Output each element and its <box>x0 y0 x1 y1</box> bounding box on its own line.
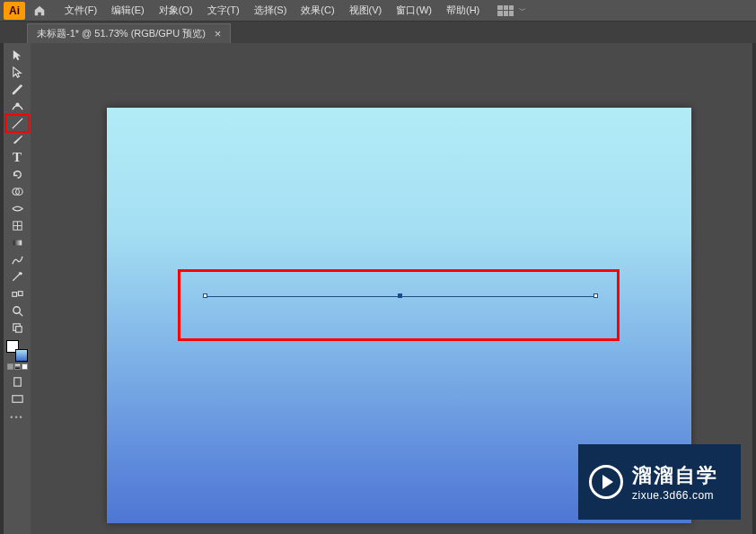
width-tool[interactable] <box>5 200 29 217</box>
color-mode-gradient[interactable] <box>14 363 21 370</box>
gradient-tool[interactable] <box>5 234 29 251</box>
menu-select[interactable]: 选择(S) <box>247 1 294 20</box>
menu-edit[interactable]: 编辑(E) <box>104 1 152 20</box>
play-icon <box>589 465 623 499</box>
shape-builder-icon <box>11 185 24 198</box>
svg-point-0 <box>16 103 19 106</box>
color-mode-row <box>7 363 28 370</box>
watermark-title: 溜溜自学 <box>632 462 718 489</box>
menu-type[interactable]: 文字(T) <box>200 1 247 20</box>
paintbrush-tool[interactable] <box>5 132 29 149</box>
menu-effect[interactable]: 效果(C) <box>294 1 341 20</box>
curvature-tool[interactable] <box>5 98 29 115</box>
close-tab-button[interactable]: × <box>215 27 222 40</box>
rotate-icon <box>11 168 24 181</box>
document-tabstrip: 未标题-1* @ 51.73% (RGB/GPU 预览) × <box>0 22 756 43</box>
panel-grid-icon <box>497 5 514 16</box>
pen-icon <box>11 83 24 96</box>
color-mode-none[interactable] <box>22 363 28 370</box>
type-tool[interactable]: T <box>5 149 29 166</box>
line-tool[interactable] <box>5 115 29 132</box>
line-anchor-right[interactable] <box>593 293 598 298</box>
line-anchor-left[interactable] <box>203 293 207 298</box>
right-dock-edge <box>752 43 756 534</box>
pen-tool[interactable] <box>5 81 29 98</box>
gradient-icon <box>11 236 24 249</box>
pencil-icon <box>11 253 24 267</box>
artboard-tool[interactable] <box>5 320 29 337</box>
canvas-area[interactable]: 溜溜自学 zixue.3d66.com <box>31 43 752 534</box>
home-button[interactable] <box>31 2 48 20</box>
drawn-line-segment[interactable] <box>206 296 595 297</box>
blend-icon <box>11 287 24 301</box>
menu-object[interactable]: 对象(O) <box>152 1 200 20</box>
home-icon <box>33 4 46 17</box>
artboard-icon <box>11 321 24 335</box>
eyedropper-icon <box>11 270 24 284</box>
app-logo: Ai <box>4 2 25 20</box>
direct-selection-tool[interactable] <box>5 64 29 81</box>
menu-help[interactable]: 帮助(H) <box>439 1 487 20</box>
selection-tool[interactable] <box>5 47 29 64</box>
width-icon <box>11 202 24 215</box>
shape-builder-tool[interactable] <box>5 183 29 200</box>
draw-mode-icon <box>11 375 24 389</box>
screen-mode-icon <box>11 392 24 406</box>
toolbar: T <box>4 43 31 534</box>
rotate-tool[interactable] <box>5 166 29 183</box>
workspace: T <box>0 43 756 534</box>
chevron-down-icon: ﹀ <box>519 5 526 15</box>
svg-rect-8 <box>12 293 16 297</box>
line-anchor-center[interactable] <box>398 293 402 298</box>
svg-rect-7 <box>13 241 21 246</box>
line-icon <box>11 117 24 130</box>
svg-rect-15 <box>12 396 22 403</box>
svg-rect-9 <box>18 292 22 296</box>
menu-view[interactable]: 视图(V) <box>342 1 390 20</box>
zoom-tool[interactable] <box>5 302 29 320</box>
svg-line-1 <box>12 118 22 128</box>
svg-line-11 <box>19 312 22 316</box>
mesh-tool[interactable] <box>5 217 29 234</box>
fill-stroke-swatch[interactable] <box>6 340 28 362</box>
selection-icon <box>11 48 24 62</box>
document-tab-label: 未标题-1* @ 51.73% (RGB/GPU 预览) <box>37 27 206 40</box>
menubar: Ai 文件(F) 编辑(E) 对象(O) 文字(T) 选择(S) 效果(C) 视… <box>0 0 756 22</box>
eyedropper-tool[interactable] <box>5 268 29 285</box>
color-mode-color[interactable] <box>7 363 13 370</box>
menu-window[interactable]: 窗口(W) <box>389 1 439 20</box>
type-icon: T <box>13 150 22 165</box>
watermark: 溜溜自学 zixue.3d66.com <box>578 444 741 520</box>
curvature-icon <box>11 100 24 113</box>
draw-mode-tool[interactable] <box>5 373 29 390</box>
watermark-url: zixue.3d66.com <box>632 489 718 502</box>
blend-tool[interactable] <box>5 285 29 302</box>
svg-rect-14 <box>13 378 21 386</box>
toolbar-more[interactable]: ••• <box>10 413 23 422</box>
pencil-tool[interactable] <box>5 251 29 268</box>
direct-selection-icon <box>11 66 24 79</box>
workspace-switcher[interactable]: ﹀ <box>497 5 526 16</box>
menu-file[interactable]: 文件(F) <box>57 1 104 20</box>
paintbrush-icon <box>11 134 24 147</box>
stroke-color-swatch[interactable] <box>15 349 28 362</box>
mesh-icon <box>11 219 24 232</box>
document-tab[interactable]: 未标题-1* @ 51.73% (RGB/GPU 预览) × <box>27 23 231 43</box>
svg-point-10 <box>13 307 20 314</box>
svg-rect-13 <box>15 327 22 333</box>
screen-mode-tool[interactable] <box>5 390 29 407</box>
zoom-icon <box>11 304 24 318</box>
